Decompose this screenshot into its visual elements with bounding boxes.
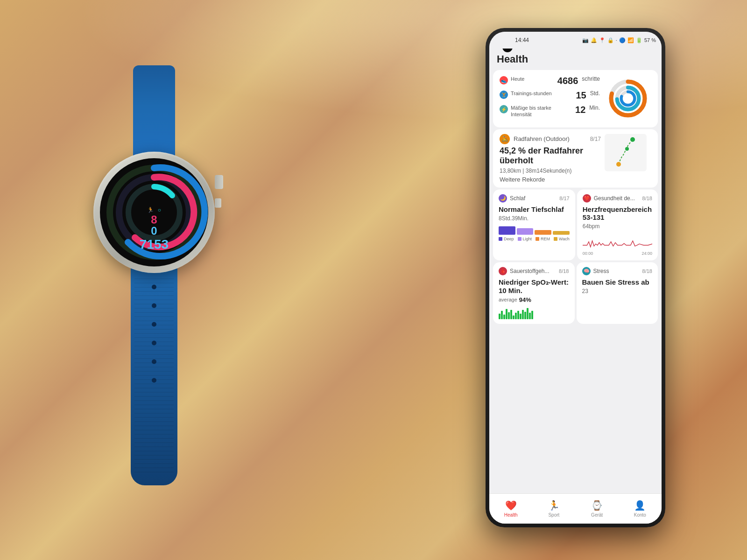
- health-date: 8/18: [642, 196, 652, 201]
- spo2-b9: [517, 311, 519, 319]
- light-dot: [518, 237, 521, 241]
- nav-sport[interactable]: 🏃 Sport: [532, 496, 575, 521]
- steps-unit: schritte: [582, 76, 600, 82]
- rem-dot: [536, 237, 539, 241]
- stress-icon: 🧠: [582, 267, 591, 275]
- nav-account[interactable]: 👤 Konto: [619, 496, 662, 521]
- light-bar: [517, 228, 534, 235]
- chart-times: 00:00 24:00: [583, 251, 652, 256]
- watch: 🏃 ○ 8 0 7153: [56, 65, 252, 485]
- wake-bar: [553, 231, 570, 235]
- sport-nav-icon: 🏃: [548, 500, 560, 511]
- stress-header: 🧠 Stress 8/18: [582, 267, 653, 275]
- intensity-row: ⚡ Mäßige bis starke Intensität 12 Min.: [500, 105, 600, 118]
- deep-label: Deep: [504, 237, 514, 241]
- sleep-card[interactable]: 🌙 Schlaf 8/17 Normaler Tiefschlaf 8Std.3…: [493, 189, 575, 260]
- battery-percent: 57 %: [644, 37, 656, 43]
- health-icon: ❤️: [583, 194, 591, 203]
- spo2-b5: [508, 312, 510, 319]
- strap-hole-4: [152, 341, 156, 345]
- sleep-date: 8/17: [559, 196, 569, 201]
- legend-light: Light: [518, 237, 532, 241]
- activity-section[interactable]: 👟 Heute 4686 schritte 🏋 Trainings-stunde…: [493, 70, 658, 127]
- signal-icon: 📶: [627, 37, 634, 43]
- spo2-b8: [515, 313, 517, 319]
- camera-icon: 📷: [582, 37, 589, 43]
- cycling-icon: 🚴: [500, 134, 510, 144]
- spo2-b7: [513, 315, 514, 319]
- spo2-avg-value: 94%: [519, 296, 531, 303]
- sleep-main: Normaler Tiefschlaf: [499, 205, 570, 213]
- bell-icon: 🔔: [591, 37, 597, 43]
- sleep-legend: Deep Light REM: [499, 237, 570, 241]
- stress-date: 8/18: [642, 268, 652, 274]
- intensity-value: 12: [575, 105, 585, 115]
- location-icon: 📍: [599, 37, 606, 43]
- svg-point-10: [616, 162, 621, 167]
- spo2-b12: [524, 312, 526, 319]
- sleep-duration: 8Std.39Min.: [499, 215, 570, 222]
- sleep-header: 🌙 Schlaf 8/17: [499, 194, 570, 203]
- rem-label: REM: [541, 237, 550, 241]
- health-card[interactable]: ❤️ Gesundheit de... 8/18 Herzfrequenzber…: [577, 189, 658, 260]
- intensity-icon: ⚡: [500, 105, 508, 113]
- spo2-b3: [503, 315, 505, 319]
- spo2-avg-row: average 94%: [499, 296, 569, 303]
- watch-crown: [215, 175, 223, 189]
- cards-grid-2: 🩸 Sauerstoffgeh... 8/18 Niedriger SpO₂-W…: [493, 262, 658, 324]
- spo2-title: Sauerstoffgeh...: [510, 268, 550, 274]
- phone-screen: 14:44 📷 🔔 📍 🔒 · 🔵 📶 🔋 57 % Health: [489, 32, 662, 524]
- phone: 14:44 📷 🔔 📍 🔒 · 🔵 📶 🔋 57 % Health: [486, 28, 665, 527]
- activity-left: 👟 Heute 4686 schritte 🏋 Trainings-stunde…: [500, 76, 600, 122]
- spo2-avg-label: average: [499, 297, 517, 302]
- stress-card[interactable]: 🧠 Stress 8/18 Bauen Sie Stress ab 23: [577, 262, 658, 324]
- strap-hole-2: [152, 303, 156, 308]
- nav-device[interactable]: ⌚ Gerät: [576, 496, 619, 521]
- dot-sep: ·: [616, 37, 617, 43]
- intensity-unit: Min.: [589, 105, 600, 111]
- spo2-icon: 🩸: [499, 267, 507, 275]
- light-label: Light: [523, 237, 532, 241]
- wake-label: Wach: [559, 237, 570, 241]
- strap-hole-1: [152, 285, 156, 289]
- battery-icon: 🔋: [636, 37, 642, 43]
- spo2-b10: [520, 314, 521, 319]
- watch-crown-small: [215, 198, 221, 208]
- heart-chart: [583, 232, 652, 251]
- watch-number-red: 8: [140, 214, 169, 225]
- legend-deep: Deep: [499, 237, 514, 241]
- health-nav-icon: ❤️: [505, 500, 517, 511]
- spo2-b6: [510, 310, 512, 319]
- cycling-title: Radfahren (Outdoor): [514, 135, 586, 142]
- cycling-map: [605, 134, 651, 171]
- cycling-info: 🚴 Radfahren (Outdoor) 8/17 45,2 % der Ra…: [500, 134, 601, 183]
- bottom-nav: ❤️ Health 🏃 Sport ⌚ Gerät 👤 Konto: [489, 493, 662, 524]
- app-content: Health 👟 Heute 4686 schritte 🏋: [489, 49, 662, 493]
- spo2-b1: [499, 314, 500, 319]
- bt-icon: 🔵: [619, 37, 626, 43]
- intensity-label: Mäßige bis starke Intensität: [511, 105, 572, 118]
- spo2-b13: [527, 308, 529, 319]
- cards-grid-1: 🌙 Schlaf 8/17 Normaler Tiefschlaf 8Std.3…: [493, 189, 658, 260]
- health-title: Gesundheit de...: [594, 195, 635, 202]
- cycling-section[interactable]: 🚴 Radfahren (Outdoor) 8/17 45,2 % der Ra…: [493, 129, 658, 188]
- stress-value: 23: [582, 288, 653, 294]
- cycling-link[interactable]: Weitere Rekorde: [500, 176, 601, 183]
- time-start: 00:00: [583, 251, 593, 256]
- cycling-layout: 🚴 Radfahren (Outdoor) 8/17 45,2 % der Ra…: [500, 134, 651, 183]
- spo2-b15: [531, 311, 533, 319]
- app-title: Health: [489, 49, 662, 68]
- lock-icon: 🔒: [607, 37, 614, 43]
- nav-health[interactable]: ❤️ Health: [489, 496, 532, 521]
- watch-body: 🏃 ○ 8 0 7153: [93, 152, 215, 273]
- account-nav-label: Konto: [634, 512, 646, 518]
- spo2-card[interactable]: 🩸 Sauerstoffgeh... 8/18 Niedriger SpO₂-W…: [493, 262, 575, 324]
- svg-point-12: [625, 147, 629, 151]
- activity-donut-svg: [607, 77, 649, 119]
- spo2-header: 🩸 Sauerstoffgeh... 8/18: [499, 267, 569, 275]
- strap-hole-5: [152, 359, 156, 364]
- spo2-b2: [501, 311, 503, 319]
- status-icons: 📷 🔔 📍 🔒 · 🔵 📶 🔋 57 %: [582, 37, 656, 43]
- spo2-main: Niedriger SpO₂-Wert: 10 Min.: [499, 278, 569, 294]
- activity-ring: [605, 76, 651, 122]
